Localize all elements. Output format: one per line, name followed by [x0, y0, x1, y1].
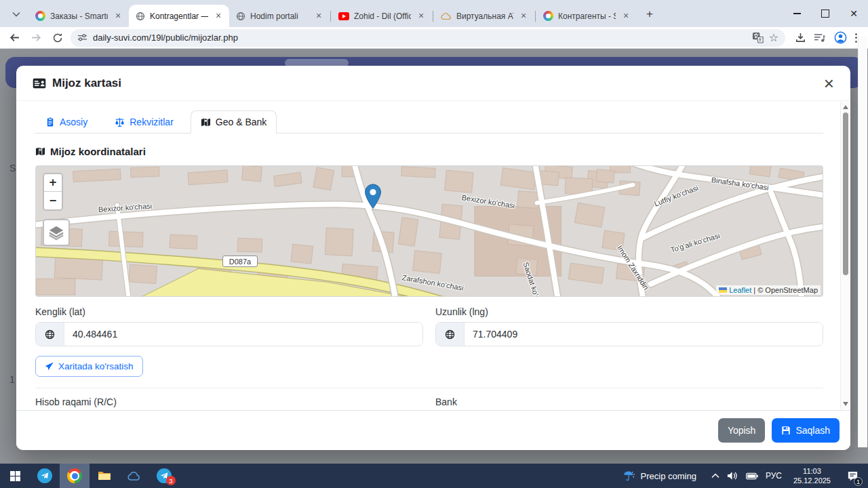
- taskbar-explorer[interactable]: [90, 464, 119, 488]
- chevron-down-icon: [12, 12, 20, 17]
- browser-tab-kontragentlar[interactable]: Kontragentlar — stacked m ×: [129, 5, 229, 27]
- reload-button[interactable]: [49, 29, 66, 47]
- tab-rekvizitlar[interactable]: Rekvizitlar: [104, 110, 184, 134]
- address-bar[interactable]: daily-suvi.com/19l/public/mijozlar.php ☆: [71, 29, 785, 47]
- system-tray: РУС 11:03 25.12.2025 1: [706, 464, 868, 488]
- browser-tab-ats[interactable]: Виртуальная АТС ×: [434, 5, 534, 27]
- tab-search-button[interactable]: [7, 5, 26, 24]
- route-ref-badge: D087a: [222, 256, 258, 267]
- browser-tab-zohid[interactable]: Zohid - Dil (Official Music ×: [332, 5, 432, 27]
- scroll-up-arrow[interactable]: [843, 105, 848, 109]
- windows-logo-icon: [10, 471, 20, 481]
- globe-icon: [45, 329, 55, 340]
- back-button[interactable]: [5, 29, 23, 47]
- saqlash-button[interactable]: Saqlash: [772, 418, 840, 443]
- battery-icon[interactable]: [746, 472, 758, 480]
- tab-label: Geo & Bank: [216, 117, 267, 127]
- tab-title: Kontragentlar — stacked m: [150, 12, 208, 21]
- media-controls-icon[interactable]: [814, 33, 826, 43]
- leaflet-link[interactable]: Leaflet: [729, 286, 751, 294]
- tab-close-icon[interactable]: ×: [518, 11, 529, 22]
- layers-icon: [48, 224, 64, 241]
- scroll-down-arrow[interactable]: [843, 402, 848, 406]
- bookmark-star-icon[interactable]: ☆: [769, 33, 778, 43]
- show-on-map-button[interactable]: Xaritada ko'rsatish: [35, 356, 143, 377]
- bank-label: Bank: [435, 396, 823, 407]
- tab-separator: [433, 11, 433, 22]
- send-icon: [45, 362, 54, 371]
- taskbar-clock[interactable]: 11:03 25.12.2025: [789, 466, 835, 486]
- browser-tab-kontragenty[interactable]: Контрагенты - Smartup ×: [536, 5, 637, 27]
- action-center-button[interactable]: 1: [842, 464, 863, 488]
- zoom-in-button[interactable]: +: [44, 174, 62, 192]
- modal-footer: Yopish Saqlash: [16, 410, 850, 450]
- tab-label: Asosiy: [60, 117, 87, 127]
- window-close-button[interactable]: ✕: [840, 0, 868, 27]
- modal-header: Mijoz kartasi ×: [16, 66, 850, 101]
- taskbar-telegram-2[interactable]: 3: [149, 464, 179, 488]
- lat-input[interactable]: [64, 323, 422, 346]
- taskbar-weather[interactable]: Precip coming: [613, 464, 706, 488]
- lng-input[interactable]: [465, 323, 823, 346]
- globe-icon: [445, 329, 455, 340]
- toolbar-icons: [789, 31, 863, 44]
- tab-title: Заказы - Smartup: [50, 12, 108, 21]
- map-tiles: [36, 166, 823, 296]
- scrollbar-thumb[interactable]: [843, 113, 848, 275]
- lat-label: Kenglik (lat): [35, 306, 423, 317]
- osm-attribution[interactable]: | © OpenStreetMap: [753, 286, 818, 294]
- browser-tab-hodim[interactable]: Hodim portali ×: [229, 5, 330, 27]
- tab-close-icon[interactable]: ×: [313, 11, 324, 22]
- tab-close-icon[interactable]: ×: [620, 11, 631, 22]
- saqlash-label: Saqlash: [795, 425, 830, 436]
- cloud-favicon: [441, 12, 452, 20]
- clipboard-icon: [45, 117, 55, 127]
- url-text[interactable]: daily-suvi.com/19l/public/mijozlar.php: [93, 33, 747, 43]
- globe-addon: [436, 323, 465, 346]
- minimize-button[interactable]: [783, 0, 811, 27]
- page-backdrop: S 1 Mijoz kartasi × Asosiy Rekvizitlar: [0, 49, 868, 464]
- modal-title: Mijoz kartasi: [52, 77, 121, 90]
- leaflet-map[interactable]: Bexizor ko'chasi Bexizor ko'chasi Zarafs…: [35, 165, 823, 297]
- save-icon: [781, 426, 791, 435]
- tab-close-icon[interactable]: ×: [113, 11, 123, 22]
- zoom-out-button[interactable]: −: [44, 192, 62, 209]
- maximize-button[interactable]: [811, 0, 840, 27]
- map-layers-button[interactable]: [43, 219, 70, 246]
- start-button[interactable]: [0, 464, 30, 488]
- tab-close-icon[interactable]: ×: [416, 11, 427, 22]
- scales-icon: [115, 117, 125, 127]
- tab-close-icon[interactable]: ×: [213, 11, 224, 22]
- chrome-icon: [67, 468, 82, 483]
- modal-tabs: Asosiy Rekvizitlar Geo & Bank: [35, 110, 823, 134]
- volume-icon[interactable]: [727, 471, 738, 481]
- yopish-label: Yopish: [728, 425, 756, 436]
- new-tab-button[interactable]: +: [641, 5, 658, 23]
- taskbar-cloud-app[interactable]: [119, 464, 149, 488]
- taskbar-chrome[interactable]: [60, 464, 90, 488]
- modal-scrollbar[interactable]: [840, 102, 850, 409]
- tab-asosiy[interactable]: Asosiy: [35, 110, 98, 134]
- browser-tab-zakazy[interactable]: Заказы - Smartup ×: [28, 5, 129, 27]
- tab-geo-bank[interactable]: Geo & Bank: [191, 110, 277, 134]
- modal-close-icon[interactable]: ×: [824, 77, 834, 90]
- tray-expand-icon[interactable]: [711, 473, 719, 479]
- smartup-favicon: [35, 11, 45, 21]
- browser-menu-icon[interactable]: [855, 33, 857, 43]
- yopish-button[interactable]: Yopish: [718, 418, 766, 443]
- telegram-unread-badge: 3: [166, 476, 176, 485]
- translate-icon[interactable]: [752, 32, 764, 43]
- forward-icon: [31, 32, 42, 43]
- taskbar-telegram[interactable]: [30, 464, 60, 488]
- map-marker-icon[interactable]: [364, 184, 382, 209]
- show-on-map-label: Xaritada ko'rsatish: [58, 361, 134, 371]
- notification-badge: 1: [854, 477, 863, 486]
- divider: [35, 388, 823, 388]
- youtube-favicon: [338, 12, 349, 20]
- forward-button[interactable]: [27, 29, 45, 47]
- download-icon[interactable]: [795, 32, 806, 43]
- ukraine-flag-icon: [719, 287, 727, 293]
- weather-label: Precip coming: [641, 471, 696, 481]
- language-indicator[interactable]: РУС: [766, 471, 782, 481]
- profile-avatar-icon[interactable]: [834, 31, 847, 44]
